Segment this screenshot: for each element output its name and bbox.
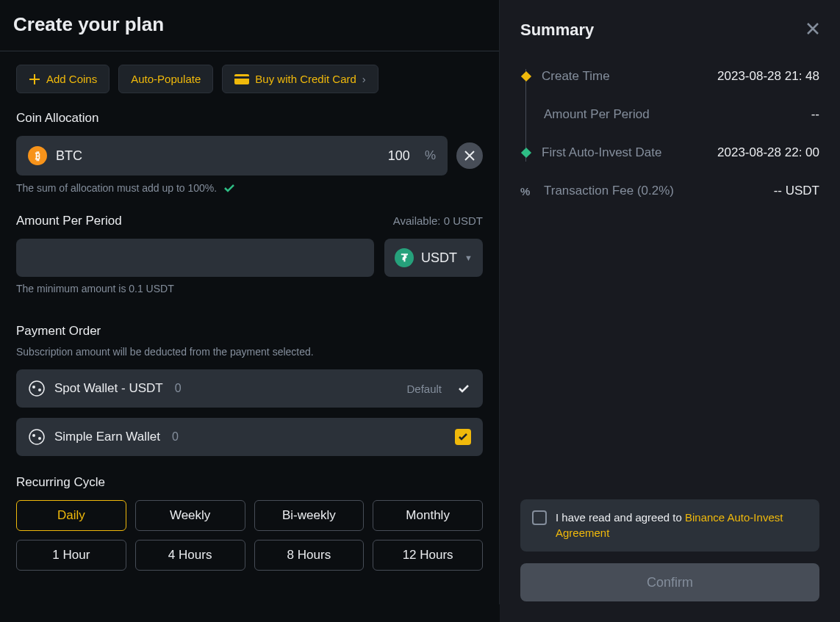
wallet-icon [28,380,46,397]
remove-allocation-button[interactable] [456,142,483,169]
auto-populate-button[interactable]: Auto-Populate [118,65,213,93]
check-icon [458,432,468,442]
available-balance: Available: 0 USDT [393,214,483,227]
default-tag: Default [406,383,442,395]
cycle-option-12h[interactable]: 12 Hours [373,540,483,571]
svg-point-2 [29,381,44,396]
min-amount-note: The minimum amount is 0.1 USDT [16,283,483,294]
payment-option-spot[interactable]: Spot Wallet - USDT 0 Default [16,369,483,408]
summary-create-time: Create Time 2023-08-28 21: 48 [520,57,819,95]
wallet-balance: 0 [172,430,179,444]
add-coins-button[interactable]: Add Coins [16,65,110,93]
cycle-option-1h[interactable]: 1 Hour [16,540,126,571]
btc-icon: ₿ [28,146,47,165]
percent-icon: % [520,185,532,198]
close-icon [806,22,819,35]
svg-point-5 [29,430,44,444]
page-title: Create your plan [13,13,486,36]
checkbox-checked[interactable] [455,429,471,445]
wallet-balance: 0 [175,382,182,395]
summary-title: Summary [520,21,594,40]
allocation-sum-note: The sum of allocation must add up to 100… [16,181,483,195]
coin-symbol: BTC [56,148,82,164]
confirm-button[interactable]: Confirm [520,563,819,601]
payment-helper: Subscription amount will be deducted fro… [16,346,483,358]
cycle-option-weekly[interactable]: Weekly [135,500,245,531]
svg-point-7 [38,437,41,440]
buy-credit-card-button[interactable]: Buy with Credit Card › [222,65,378,93]
wallet-name: Spot Wallet - USDT [54,381,163,396]
allocation-value-input[interactable] [82,148,410,164]
coin-allocation-label: Coin Allocation [16,111,483,126]
payment-order-label: Payment Order [16,324,483,339]
usdt-icon: ₮ [395,248,414,267]
cycle-option-biweekly[interactable]: Bi-weekly [254,500,365,531]
agreement-box: I have read and agreed to Binance Auto-I… [520,499,819,552]
summary-first-invest-date: First Auto-Invest Date 2023-08-28 22: 00 [520,134,819,172]
summary-amount-per-period: Amount Per Period -- [520,95,819,134]
timeline-dot-icon [521,71,531,82]
caret-down-icon: ▼ [464,253,473,262]
cycle-option-monthly[interactable]: Monthly [373,500,483,531]
svg-point-3 [32,386,35,388]
cycle-option-8h[interactable]: 8 Hours [254,540,365,571]
summary-panel: Summary Create Time 2023-08-28 21: 48 Am… [500,0,840,622]
recurring-cycle-label: Recurring Cycle [16,475,483,490]
timeline-dot-icon [521,148,531,158]
plan-form: Add Coins Auto-Populate Buy with Credit … [0,51,499,604]
amount-per-period-label: Amount Per Period [16,214,122,228]
svg-rect-1 [234,76,249,79]
page-header: Create your plan [0,0,499,51]
percent-label: % [425,148,436,163]
summary-transaction-fee: % Transaction Fee (0.2%) -- USDT [520,172,819,210]
payment-option-simple-earn[interactable]: Simple Earn Wallet 0 [16,418,483,456]
allocation-row-btc[interactable]: ₿ BTC % [16,136,448,176]
amount-input[interactable] [16,239,374,277]
currency-select[interactable]: ₮ USDT ▼ [384,239,483,277]
svg-rect-0 [234,74,249,84]
cycle-option-4h[interactable]: 4 Hours [135,540,245,571]
currency-symbol: USDT [421,250,457,266]
agreement-checkbox[interactable] [532,510,547,525]
check-icon [456,381,471,396]
wallet-icon [28,428,46,446]
plus-icon [29,73,40,85]
svg-point-6 [32,434,35,437]
close-icon [464,151,475,161]
close-button[interactable] [806,21,819,40]
credit-card-icon [234,74,249,84]
chevron-right-icon: › [362,73,366,85]
cycle-option-daily[interactable]: Daily [16,500,126,531]
svg-point-4 [38,388,41,391]
wallet-name: Simple Earn Wallet [54,430,160,444]
check-icon [223,181,236,195]
